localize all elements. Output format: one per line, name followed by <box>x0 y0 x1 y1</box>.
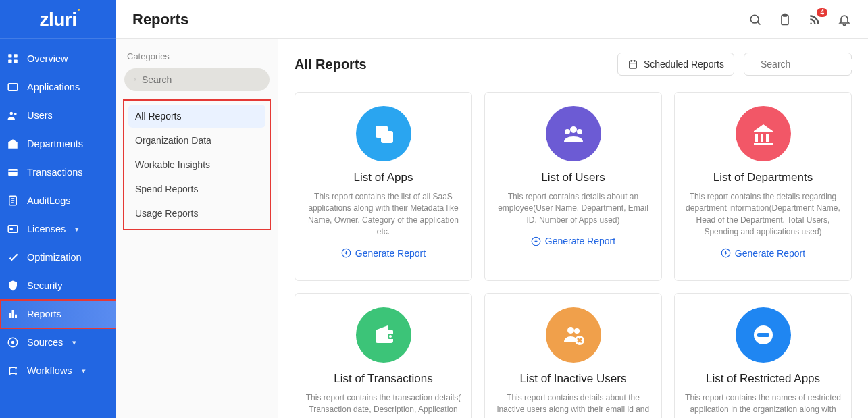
sidebar-item-reports[interactable]: Reports <box>0 300 116 328</box>
categories-label: Categories <box>124 51 270 61</box>
generate-report-link[interactable]: Generate Report <box>531 236 615 246</box>
sidebar-item-workflows[interactable]: Workflows ▾ <box>0 357 116 385</box>
workflows-icon <box>7 365 19 377</box>
svg-point-19 <box>15 373 17 375</box>
report-cards: List of Apps This report contains the li… <box>295 92 852 418</box>
report-card-users: List of Users This report contains detai… <box>484 92 662 281</box>
sidebar-item-security[interactable]: Security <box>0 271 116 300</box>
logo-area: zluri <box>0 0 116 39</box>
svg-point-20 <box>750 15 759 23</box>
svg-rect-0 <box>8 54 11 57</box>
svg-point-17 <box>15 367 17 369</box>
svg-point-38 <box>574 328 580 334</box>
nav-list: Overview Applications Users Departments … <box>0 39 116 385</box>
category-organization-data[interactable]: Organization Data <box>128 129 265 152</box>
report-card-inactive-users: List of Inactive Users This report conta… <box>484 293 662 418</box>
sidebar-item-label: Sources <box>27 337 63 348</box>
generate-label: Generate Report <box>355 248 426 259</box>
categories-list: All Reports Organization Data Workable I… <box>124 101 270 229</box>
svg-rect-2 <box>8 60 11 63</box>
category-all-reports[interactable]: All Reports <box>128 105 265 128</box>
chevron-down-icon: ▾ <box>72 338 76 347</box>
transactions-icon <box>7 166 19 178</box>
svg-point-18 <box>9 373 11 375</box>
svg-rect-22 <box>784 14 787 16</box>
svg-rect-9 <box>8 169 18 176</box>
svg-point-5 <box>10 112 14 115</box>
apps-icon <box>356 106 411 161</box>
card-title: List of Departments <box>713 171 813 184</box>
generate-report-link[interactable]: Generate Report <box>341 248 426 259</box>
category-usage-reports[interactable]: Usage Reports <box>128 202 265 225</box>
reports-title: All Reports <box>295 57 367 72</box>
svg-point-15 <box>11 341 15 344</box>
download-icon <box>531 236 541 246</box>
report-card-transactions: List of Transactions This report contain… <box>295 293 472 418</box>
sidebar-item-auditlogs[interactable]: AuditLogs <box>0 186 116 215</box>
svg-rect-1 <box>14 54 18 57</box>
reports-search-input[interactable] <box>761 59 868 70</box>
categories-search-input[interactable] <box>142 74 260 85</box>
card-title: List of Users <box>541 171 605 184</box>
sidebar-item-label: Security <box>27 280 62 291</box>
sidebar-item-label: Workflows <box>27 365 72 376</box>
wallet-icon <box>356 307 411 363</box>
search-icon[interactable] <box>748 12 763 27</box>
shield-icon <box>7 280 19 292</box>
sidebar-item-users[interactable]: Users <box>0 101 116 130</box>
svg-point-23 <box>134 79 136 80</box>
sidebar-item-label: Applications <box>27 82 80 93</box>
auditlogs-icon <box>7 194 19 207</box>
sidebar-item-label: Overview <box>27 53 68 64</box>
svg-rect-27 <box>381 131 393 143</box>
card-desc: This report contains the list of all Saa… <box>305 191 462 238</box>
svg-rect-24 <box>630 61 637 68</box>
card-title: List of Restricted Apps <box>706 372 820 386</box>
logo-dot-icon <box>76 7 81 12</box>
users-card-icon <box>546 106 601 161</box>
sidebar-item-optimization[interactable]: Optimization <box>0 243 116 271</box>
applications-icon <box>7 81 19 93</box>
logo-text: zluri <box>39 9 76 30</box>
restricted-icon <box>736 307 791 363</box>
categories-panel: Categories All Reports Organization Data… <box>116 39 278 418</box>
reports-search[interactable] <box>744 53 852 76</box>
scheduled-reports-button[interactable]: Scheduled Reports <box>617 53 734 76</box>
sidebar-item-transactions[interactable]: Transactions <box>0 158 116 186</box>
svg-point-36 <box>389 335 392 338</box>
reports-header-actions: Scheduled Reports <box>617 53 852 76</box>
clipboard-icon[interactable] <box>777 12 792 27</box>
card-title: List of Transactions <box>334 372 432 386</box>
sidebar-item-overview[interactable]: Overview <box>0 45 116 73</box>
svg-rect-7 <box>10 144 11 147</box>
card-desc: This report contains details about an em… <box>494 191 652 226</box>
sidebar-item-label: Optimization <box>27 252 82 263</box>
calendar-icon <box>628 59 638 70</box>
reports-header: All Reports Scheduled Reports <box>295 53 852 76</box>
feed-icon[interactable]: 4 <box>807 12 822 27</box>
sidebar-item-sources[interactable]: Sources ▾ <box>0 328 116 357</box>
chevron-down-icon: ▾ <box>82 367 86 375</box>
sidebar-item-label: Reports <box>27 309 61 319</box>
sidebar-item-licenses[interactable]: Licenses ▾ <box>0 215 116 243</box>
card-desc: This report contains the details regardi… <box>684 191 842 238</box>
bell-icon[interactable] <box>837 12 852 27</box>
card-desc: This report contains details about the i… <box>494 392 652 418</box>
generate-label: Generate Report <box>545 236 615 246</box>
category-spend-reports[interactable]: Spend Reports <box>128 178 265 201</box>
sidebar-item-departments[interactable]: Departments <box>0 130 116 158</box>
chevron-down-icon: ▾ <box>75 225 79 234</box>
logo: zluri <box>39 9 76 30</box>
sidebar-item-applications[interactable]: Applications <box>0 73 116 101</box>
topbar: Reports 4 <box>116 0 868 39</box>
card-title: List of Inactive Users <box>520 372 627 386</box>
page-title: Reports <box>132 11 188 28</box>
topbar-actions: 4 <box>748 12 852 27</box>
svg-point-30 <box>565 129 570 134</box>
category-workable-insights[interactable]: Workable Insights <box>128 153 265 176</box>
svg-point-6 <box>14 113 17 115</box>
generate-report-link[interactable]: Generate Report <box>721 248 805 259</box>
content: Categories All Reports Organization Data… <box>116 39 868 418</box>
report-card-departments: List of Departments This report contains… <box>674 92 852 281</box>
categories-search[interactable] <box>124 68 270 91</box>
